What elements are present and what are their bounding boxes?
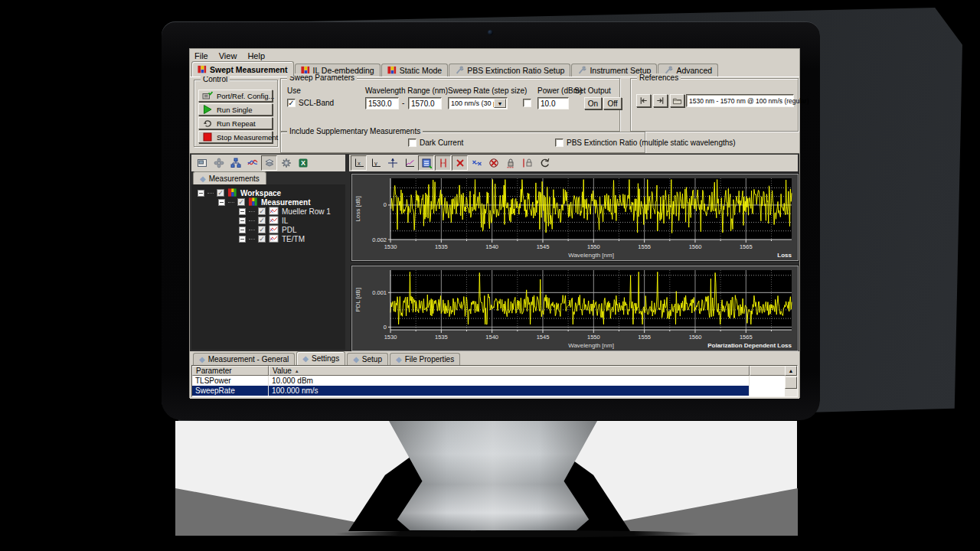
tree-connector: [228, 202, 234, 203]
lock-min-button[interactable]: [502, 155, 518, 171]
tree-item-mueller-row-1[interactable]: ✓Mueller Row 1: [239, 207, 331, 216]
cell-blank: [750, 386, 788, 396]
expand-icon[interactable]: [218, 199, 225, 206]
tree-item-workspace[interactable]: ✓Workspace: [198, 188, 281, 197]
stop-measurement-button[interactable]: Stop Measurement: [198, 131, 273, 143]
scrollbar-thumb[interactable]: [785, 377, 797, 389]
table-scrollbar[interactable]: ▲: [785, 366, 797, 396]
undo-zoom-button[interactable]: [536, 155, 552, 171]
snapshot-icon: [197, 158, 207, 168]
trace-zoom-button[interactable]: [401, 155, 417, 171]
tab-pbs-extinction-ratio-setup[interactable]: PBS Extinction Ratio Setup: [449, 64, 570, 77]
menu-view[interactable]: View: [219, 51, 237, 60]
svg-text:1555: 1555: [638, 243, 651, 250]
legend-button[interactable]: [418, 155, 434, 171]
tab-settings[interactable]: ◆Settings: [296, 351, 345, 365]
layers-icon: [264, 158, 275, 168]
x-axis-scale-button[interactable]: x: [351, 155, 367, 171]
tree-checkbox[interactable]: ✓: [258, 207, 266, 215]
ref-folder-button[interactable]: [670, 94, 684, 107]
tree-item-il[interactable]: ✓IL: [239, 216, 288, 225]
menu-bar: FileViewHelp: [190, 49, 799, 62]
tree-connector: [249, 211, 255, 212]
hierarchy-button[interactable]: [227, 155, 243, 171]
tab-file-properties[interactable]: ◆File Properties: [390, 353, 460, 365]
tree-checkbox[interactable]: ✓: [258, 217, 266, 224]
wavelength-to-input[interactable]: 1570.0: [408, 97, 442, 109]
aux-checkbox[interactable]: [523, 99, 531, 107]
run-single-button[interactable]: Run Single: [198, 103, 273, 116]
trace-zoom-icon: [404, 158, 415, 168]
reference-field[interactable]: 1530 nm - 1570 nm @ 100 nm/s (regular): [686, 94, 794, 107]
tree-item-te-tm[interactable]: ✓TE/TM: [239, 234, 305, 243]
y-axis-scale-icon: y: [371, 158, 381, 168]
tree-checkbox[interactable]: ✓: [258, 235, 266, 243]
wavelength-from-input[interactable]: 1530.0: [365, 97, 399, 109]
y-axis-scale-button[interactable]: y: [368, 155, 384, 171]
menu-file[interactable]: File: [194, 51, 208, 60]
expand-icon[interactable]: [239, 236, 246, 243]
scroll-up-icon[interactable]: ▲: [785, 366, 797, 376]
expand-icon[interactable]: [239, 208, 246, 215]
column-header-value[interactable]: Value▲: [269, 366, 750, 376]
pbs-extinction-checkbox[interactable]: [555, 139, 564, 147]
column-header-blank[interactable]: [750, 366, 788, 376]
traces-button[interactable]: [244, 155, 260, 171]
menu-help[interactable]: Help: [247, 51, 265, 60]
expand-icon[interactable]: [239, 217, 246, 224]
set-output-on-button[interactable]: On: [584, 97, 602, 109]
port-ref-config-button[interactable]: Port/Ref. Config...: [198, 90, 273, 102]
marker-add-button[interactable]: [452, 155, 468, 171]
expand-icon[interactable]: [239, 227, 246, 233]
tab-measurement-general[interactable]: ◆Measurement - General: [193, 353, 295, 365]
tab-static-mode[interactable]: Static Mode: [381, 64, 448, 77]
lock-max-button[interactable]: [519, 155, 535, 171]
button-label: Port/Ref. Config...: [217, 92, 275, 100]
layers-button[interactable]: [261, 155, 277, 171]
excel-button[interactable]: X: [295, 155, 311, 171]
chart-colored-icon: [387, 66, 397, 75]
ref-back-button[interactable]: [636, 94, 651, 107]
dark-current-checkbox[interactable]: [408, 139, 416, 147]
tree-item-label: IL: [282, 217, 288, 225]
tree-checkbox[interactable]: ✓: [258, 226, 266, 233]
fan-button[interactable]: [211, 155, 227, 171]
tab-measurements[interactable]: ◆ Measurements: [193, 171, 266, 185]
gear-button[interactable]: [278, 155, 294, 171]
scl-band-checkbox[interactable]: ✓: [287, 99, 296, 107]
tree-checkbox[interactable]: ✓: [237, 198, 245, 206]
chevron-down-icon[interactable]: ▼: [494, 99, 506, 108]
svg-text:1530: 1530: [384, 243, 397, 250]
expand-icon[interactable]: [198, 190, 204, 197]
svg-text:0: 0: [384, 201, 387, 208]
svg-text:Loss [dB]: Loss [dB]: [354, 196, 361, 221]
svg-text:1545: 1545: [537, 334, 550, 341]
svg-text:1550: 1550: [587, 334, 600, 341]
column-header-parameter[interactable]: Parameter: [192, 366, 269, 376]
ref-forward-button[interactable]: [653, 94, 668, 107]
sweep-rate-select[interactable]: 100 nm/s (30 pm) ▼: [448, 97, 508, 109]
table-row-sweeprate[interactable]: SweepRate100.000 nm/s: [192, 386, 788, 396]
snapshot-button[interactable]: [194, 155, 210, 171]
supplementary-group-title: Include Supplementary Measurements: [287, 127, 423, 135]
use-label: Use: [287, 86, 301, 95]
set-output-off-button[interactable]: Off: [603, 97, 622, 109]
tab-swept-measurement[interactable]: Swept Measurement: [191, 61, 294, 77]
monitor-stand: [389, 421, 597, 530]
power-input[interactable]: 10.0: [537, 97, 569, 109]
run-repeat-button[interactable]: Run Repeat: [198, 117, 273, 129]
marker-bounds-button[interactable]: [435, 155, 451, 171]
tab-label: Advanced: [676, 66, 712, 75]
axes-center-button[interactable]: [384, 155, 400, 171]
marker-link-button[interactable]: [469, 155, 485, 171]
tab-setup[interactable]: ◆Setup: [347, 353, 388, 365]
tree-checkbox[interactable]: ✓: [217, 189, 224, 197]
table-row-tlspower[interactable]: TLSPower10.000 dBm: [192, 376, 788, 386]
tree-item-label: Mueller Row 1: [282, 207, 331, 216]
stop-icon: [202, 132, 213, 142]
marker-delete-button[interactable]: [485, 155, 501, 171]
tree-item-pdl[interactable]: ✓PDL: [239, 225, 296, 234]
tab-label: PBS Extinction Ratio Setup: [467, 66, 564, 75]
workspace-tree: ✓Workspace✓Measurement✓Mueller Row 1✓IL✓…: [191, 184, 345, 350]
tree-item-measurement[interactable]: ✓Measurement: [218, 197, 310, 207]
